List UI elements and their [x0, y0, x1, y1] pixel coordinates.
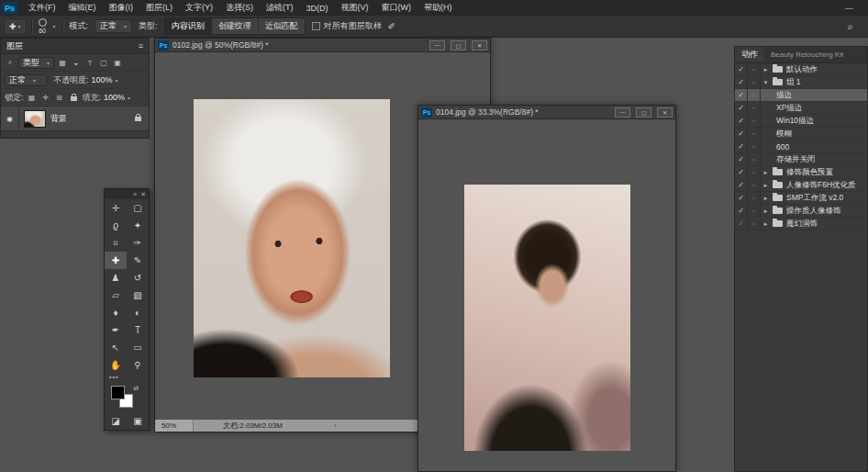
action-row-portrait-retouch-ops[interactable]: ✓ ▫ ▸ 操作质人像修饰	[735, 205, 867, 218]
action-row-retouch-color-presets[interactable]: ✓ ▫ ▸ 修饰颜色预置	[735, 166, 867, 179]
action-row-600[interactable]: ✓ ▫ ▸ 600	[735, 140, 867, 153]
doc1-close-button[interactable]: ✕	[472, 40, 487, 51]
menu-edit[interactable]: 编辑(E)	[62, 0, 103, 16]
check-icon[interactable]: ✓	[735, 128, 748, 140]
search-icon[interactable]: ⌕	[5, 58, 16, 67]
move-tool[interactable]: ✛	[105, 199, 127, 217]
filter-type-select[interactable]: 类型 ▾	[18, 57, 54, 69]
create-texture-button[interactable]: 创建纹理	[212, 18, 259, 34]
dialog-toggle-icon[interactable]: ▫	[748, 63, 761, 75]
menu-image[interactable]: 图像(I)	[103, 0, 140, 16]
expand-icon[interactable]: ▸	[761, 182, 771, 189]
proximity-match-button[interactable]: 近似匹配	[259, 18, 305, 34]
menu-view[interactable]: 视图(V)	[335, 0, 375, 16]
dialog-toggle-icon[interactable]: ▫	[748, 102, 761, 114]
clone-stamp-tool[interactable]: ♟	[105, 269, 127, 287]
zoom-tool[interactable]: ⚲	[127, 356, 149, 374]
chevron-down-icon[interactable]: ▾	[128, 95, 130, 101]
doc2-maximize-button[interactable]: ▢	[636, 107, 651, 118]
action-row-xp-stroke[interactable]: ✓ ▫ ▸ XP描边	[735, 102, 867, 115]
content-aware-button[interactable]: 内容识别	[165, 18, 212, 34]
layer-visibility-eye-icon[interactable]: ◉	[1, 107, 19, 130]
blur-tool[interactable]: ♦	[105, 304, 127, 321]
action-row-group-1[interactable]: ✓ ▫ ▾ 组 1	[735, 76, 867, 89]
action-row-default-actions[interactable]: ✓ ▫ ▸ 默认动作	[735, 63, 867, 76]
action-row-blur[interactable]: ✓ ▫ ▸ 模糊	[735, 128, 867, 140]
swap-colors-icon[interactable]: ⇄	[133, 385, 139, 392]
menu-file[interactable]: 文件(F)	[22, 0, 62, 16]
tab-beauty-retouching-kit[interactable]: Beauty Retouching Kit	[764, 47, 850, 62]
menu-select[interactable]: 选择(S)	[219, 0, 260, 16]
layer-thumbnail[interactable]	[24, 110, 46, 128]
doc2-titlebar[interactable]: Ps 0104.jpg @ 33.3%(RGB/8#) * — ▢ ✕	[418, 106, 675, 119]
action-row-stroke[interactable]: ✓ ▫ ▸ 描边	[735, 89, 867, 102]
menu-help[interactable]: 帮助(H)	[417, 0, 459, 16]
lock-position-icon[interactable]: ✛	[40, 94, 51, 102]
action-row-win10-stroke[interactable]: ✓ ▫ ▸ Win10描边	[735, 115, 867, 128]
doc2-minimize-button[interactable]: —	[615, 107, 630, 118]
edit-toolbar-dots-icon[interactable]: •••	[105, 374, 149, 384]
check-icon[interactable]: ✓	[735, 153, 748, 165]
menu-3d[interactable]: 3D(D)	[300, 0, 335, 16]
doc1-zoom-level[interactable]: 50%	[155, 420, 194, 432]
doc1-minimize-button[interactable]: —	[429, 40, 445, 51]
lock-pixels-icon[interactable]: ⊞	[54, 94, 65, 102]
close-icon[interactable]: ✕	[140, 191, 146, 198]
expand-icon[interactable]: ▸	[761, 208, 771, 215]
blend-mode-select[interactable]: 正常 ▾	[5, 74, 47, 86]
tab-layers[interactable]: 图层	[6, 40, 23, 52]
tab-actions[interactable]: 动作	[735, 47, 764, 62]
status-chevron-icon[interactable]: ›	[334, 421, 337, 430]
hand-tool[interactable]: ✋	[105, 356, 127, 374]
check-icon[interactable]: ✓	[735, 140, 748, 152]
doc2-canvas[interactable]	[418, 119, 675, 471]
adjustment-filter-icon[interactable]: ◒	[71, 59, 82, 67]
opacity-value[interactable]: 100%	[92, 75, 113, 84]
action-row-smp-workflow[interactable]: ✓ ▫ ▸ SMP工作流 v2.0	[735, 192, 867, 205]
pen-tool[interactable]: ✒	[105, 321, 127, 339]
brush-preset-picker[interactable]: 60	[39, 18, 47, 34]
photo-dark-bob-woman[interactable]	[464, 185, 630, 451]
quick-mask-tool[interactable]: ◪	[105, 412, 127, 430]
lasso-tool[interactable]: ϱ	[105, 217, 127, 234]
check-icon[interactable]: ✓	[735, 192, 748, 204]
check-icon[interactable]: ✓	[735, 102, 748, 114]
collapse-icon[interactable]: «	[133, 191, 137, 197]
collapse-icon[interactable]: ▾	[761, 79, 771, 86]
expand-icon[interactable]: ▸	[761, 66, 771, 73]
action-row-magic-retouch[interactable]: ✓ ▫ ▸ 魔幻润饰	[735, 218, 867, 230]
dialog-toggle-icon[interactable]: ▫	[748, 153, 761, 165]
check-icon[interactable]: ✓	[735, 76, 748, 88]
mode-select[interactable]: 正常 ▾	[95, 19, 132, 33]
quick-selection-tool[interactable]: ✦	[127, 217, 149, 234]
check-icon[interactable]: ✓	[735, 63, 748, 75]
check-icon[interactable]: ✓	[735, 115, 748, 127]
lock-all-icon[interactable]	[71, 96, 77, 101]
dodge-tool[interactable]: ◐	[127, 304, 149, 321]
eraser-tool[interactable]: ▱	[105, 287, 127, 304]
expand-icon[interactable]: ▸	[761, 220, 771, 228]
panel-menu-icon[interactable]: ≡	[139, 41, 143, 51]
pen-pressure-icon[interactable]: ✐	[388, 21, 395, 31]
search-icon[interactable]: ⌕	[847, 20, 862, 33]
menu-layer[interactable]: 图层(L)	[139, 0, 179, 16]
smart-object-filter-icon[interactable]: ▣	[112, 59, 123, 67]
doc2-close-button[interactable]: ✕	[657, 107, 673, 118]
dialog-toggle-icon[interactable]: ▫	[748, 179, 761, 191]
dialog-toggle-icon[interactable]: ▫	[748, 140, 761, 152]
screen-mode-tool[interactable]: ▣	[127, 412, 149, 430]
photo-white-haired-woman[interactable]	[194, 99, 390, 377]
crop-tool[interactable]: ⌗	[105, 234, 127, 252]
dialog-toggle-icon[interactable]: ▫	[748, 89, 761, 101]
chevron-down-icon[interactable]: ▾	[53, 23, 56, 29]
menu-filter[interactable]: 滤镜(T)	[260, 0, 300, 16]
check-icon-red[interactable]: ✓	[735, 218, 748, 230]
check-icon[interactable]: ✓	[735, 166, 748, 178]
pixel-filter-icon[interactable]: ▦	[57, 59, 68, 67]
rectangle-tool[interactable]: ▭	[127, 339, 149, 356]
dialog-toggle-icon[interactable]: ▫	[748, 115, 761, 127]
dialog-toggle-icon[interactable]: ▫	[748, 205, 761, 217]
current-tool-preset[interactable]: ✚ ▾	[6, 20, 25, 33]
brush-tool[interactable]: ✎	[127, 252, 149, 269]
chevron-down-icon[interactable]: ▾	[116, 77, 118, 84]
